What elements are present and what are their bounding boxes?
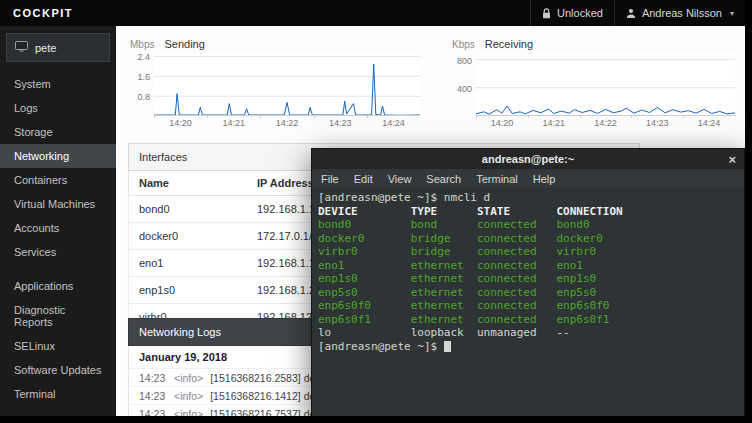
interface-ip: 172.17.0.1/1	[257, 230, 318, 242]
column-header-ip: IP Address	[257, 177, 314, 189]
terminal-line: enp1s0 ethernet connected enp1s0	[318, 272, 738, 286]
unlocked-button[interactable]: Unlocked	[530, 0, 614, 26]
sidebar-item-applications[interactable]: Applications	[0, 274, 116, 298]
receiving-chart-title: Receiving	[485, 38, 533, 50]
terminal-line: enp5s0 ethernet connected enp5s0	[318, 286, 738, 300]
network-charts: Mbps Sending 2.41.60.8 14:2014:2114:2214…	[128, 38, 735, 128]
sending-plot	[154, 54, 420, 116]
x-tick-label: 14:23	[631, 118, 683, 128]
log-time: 14:23	[139, 408, 167, 416]
receiving-plot	[476, 54, 735, 116]
user-icon	[626, 8, 636, 18]
receiving-unit-label: Kbps	[452, 39, 475, 50]
x-tick-label: 14:23	[314, 118, 367, 128]
cockpit-app: COCKPIT Unlocked Andreas Nilsson ▾ p	[0, 0, 745, 416]
log-time: 14:23	[139, 390, 167, 402]
sidebar-item-system[interactable]: System	[0, 72, 116, 96]
y-tick-label: 800	[457, 56, 472, 66]
cockpit-logo: COCKPIT	[0, 0, 86, 26]
terminal-screen[interactable]: [andreasn@pete ~]$ nmcli dDEVICE TYPE ST…	[312, 188, 744, 416]
terminal-menubar: FileEditViewSearchTerminalHelp	[312, 169, 744, 188]
terminal-line: virbr0 bridge connected virbr0	[318, 245, 738, 259]
terminal-line: lo loopback unmanaged --	[318, 326, 738, 340]
y-tick-label: 0.8	[137, 92, 150, 102]
x-tick-label: 14:24	[367, 118, 420, 128]
sidebar-item-logs[interactable]: Logs	[0, 96, 116, 120]
y-tick-label: 400	[457, 84, 472, 94]
sidebar-item-virtual-machines[interactable]: Virtual Machines	[0, 192, 116, 216]
sidebar-item-networking[interactable]: Networking	[0, 144, 116, 168]
log-level: <info>	[174, 372, 203, 384]
topbar-right-group: Unlocked Andreas Nilsson ▾	[530, 0, 745, 26]
sidebar: pete SystemLogsStorageNetworkingContaine…	[0, 26, 116, 416]
y-tick-label: 2.4	[137, 52, 150, 62]
column-header-name: Name	[139, 177, 257, 189]
terminal-line: [andreasn@pete ~]$	[318, 340, 738, 354]
sending-unit-label: Mbps	[130, 39, 154, 50]
terminal-line: enp6s0f0 ethernet connected enp6s0f0	[318, 299, 738, 313]
terminal-titlebar[interactable]: andreasn@pete:~ ×	[312, 149, 744, 169]
y-tick-label: 1.6	[137, 72, 150, 82]
x-tick-label: 14:21	[528, 118, 580, 128]
user-menu-button[interactable]: Andreas Nilsson ▾	[614, 0, 745, 26]
sending-x-axis: 14:2014:2114:2214:2314:24	[154, 118, 420, 128]
sidebar-item-software-updates[interactable]: Software Updates	[0, 358, 116, 382]
terminal-line: DEVICE TYPE STATE CONNECTION	[318, 205, 738, 219]
unlocked-label: Unlocked	[557, 7, 603, 19]
user-name: Andreas Nilsson	[642, 7, 722, 19]
terminal-line: bond0 bond connected bond0	[318, 218, 738, 232]
terminal-menu-terminal[interactable]: Terminal	[476, 173, 518, 185]
receiving-chart: Kbps Receiving 800400 14:2014:2114:2214:…	[450, 38, 735, 128]
terminal-window: andreasn@pete:~ × FileEditViewSearchTerm…	[311, 148, 745, 416]
x-tick-label: 14:22	[260, 118, 313, 128]
log-time: 14:23	[139, 372, 167, 384]
sidebar-item-services[interactable]: Services	[0, 240, 116, 264]
log-level: <info>	[174, 390, 203, 402]
interface-name-link[interactable]: enp1s0	[139, 284, 257, 296]
lock-icon	[542, 8, 551, 19]
terminal-cursor	[444, 341, 451, 352]
sidebar-nav: SystemLogsStorageNetworkingContainersVir…	[0, 72, 116, 406]
sidebar-item-containers[interactable]: Containers	[0, 168, 116, 192]
log-level: <info>	[174, 408, 203, 416]
terminal-menu-file[interactable]: File	[321, 173, 339, 185]
x-tick-label: 14:22	[580, 118, 632, 128]
close-icon[interactable]: ×	[728, 149, 736, 169]
terminal-menu-view[interactable]: View	[388, 173, 412, 185]
terminal-line: enp6s0f1 ethernet connected enp6s0f1	[318, 313, 738, 327]
terminal-line: docker0 bridge connected docker0	[318, 232, 738, 246]
sidebar-item-diagnostic-reports[interactable]: Diagnostic Reports	[0, 298, 116, 334]
x-tick-label: 14:24	[683, 118, 735, 128]
top-bar: COCKPIT Unlocked Andreas Nilsson ▾	[0, 0, 745, 26]
chevron-down-icon: ▾	[730, 9, 734, 18]
receiving-y-axis: 800400	[450, 54, 476, 116]
receiving-x-axis: 14:2014:2114:2214:2314:24	[476, 118, 735, 128]
sidebar-item-terminal[interactable]: Terminal	[0, 382, 116, 406]
terminal-line: eno1 ethernet connected eno1	[318, 259, 738, 273]
sending-chart-title: Sending	[164, 38, 204, 50]
terminal-title: andreasn@pete:~	[482, 153, 574, 165]
x-tick-label: 14:20	[154, 118, 207, 128]
sending-chart: Mbps Sending 2.41.60.8 14:2014:2114:2214…	[128, 38, 420, 128]
terminal-menu-edit[interactable]: Edit	[354, 173, 373, 185]
host-name: pete	[35, 42, 56, 54]
x-tick-label: 14:20	[476, 118, 528, 128]
sidebar-item-storage[interactable]: Storage	[0, 120, 116, 144]
sidebar-item-accounts[interactable]: Accounts	[0, 216, 116, 240]
host-selector[interactable]: pete	[6, 33, 110, 62]
interface-name-link[interactable]: eno1	[139, 257, 257, 269]
terminal-menu-help[interactable]: Help	[533, 173, 556, 185]
sidebar-item-selinux[interactable]: SELinux	[0, 334, 116, 358]
interface-name-link[interactable]: bond0	[139, 203, 257, 215]
interface-name-link[interactable]: docker0	[139, 230, 257, 242]
sending-y-axis: 2.41.60.8	[128, 54, 154, 116]
x-tick-label: 14:21	[207, 118, 260, 128]
terminal-line: [andreasn@pete ~]$ nmcli d	[318, 191, 738, 205]
terminal-menu-search[interactable]: Search	[426, 173, 461, 185]
server-icon	[15, 41, 28, 54]
